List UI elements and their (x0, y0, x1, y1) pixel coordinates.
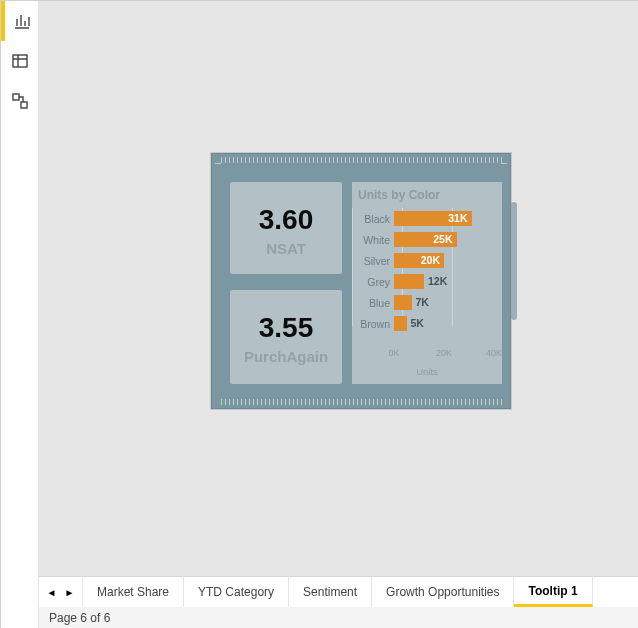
ruler (215, 160, 221, 166)
bar-category-label: Brown (352, 318, 390, 330)
ruler (218, 157, 504, 163)
bar-category-label: White (352, 234, 390, 246)
report-view-button[interactable] (1, 1, 38, 41)
tabs-container: Market ShareYTD CategorySentimentGrowth … (83, 577, 638, 607)
bar[interactable]: 25K (394, 232, 457, 247)
tab-next-button[interactable]: ► (65, 587, 75, 598)
svg-rect-2 (21, 102, 27, 108)
bar[interactable]: 31K (394, 211, 472, 226)
bar-row: Black31K (394, 208, 502, 229)
ruler (218, 399, 504, 405)
tooltip-page[interactable]: 3.60 NSAT 3.55 PurchAgain Units by Color… (211, 153, 511, 409)
page-tab[interactable]: YTD Category (184, 577, 289, 607)
bar[interactable]: 20K (394, 253, 444, 268)
card-value: 3.55 (230, 312, 342, 344)
axis-tick: 0K (388, 348, 399, 358)
bar-value-label: 20K (421, 253, 440, 268)
chart-x-label: Units (352, 366, 502, 377)
tab-prev-button[interactable]: ◄ (47, 587, 57, 598)
page-indicator: Page 6 of 6 (49, 611, 110, 625)
bar-value-label: 7K (416, 295, 429, 310)
page-tab[interactable]: Sentiment (289, 577, 372, 607)
bar-row: Grey12K (394, 271, 502, 292)
tab-nav: ◄ ► (39, 577, 83, 607)
table-icon (11, 52, 29, 70)
card-label: PurchAgain (230, 348, 342, 365)
chart-x-axis: 0K20K40K (394, 348, 502, 364)
bar-row: Brown5K (394, 313, 502, 334)
chart-scrollbar[interactable] (511, 202, 517, 320)
bar-category-label: Blue (352, 297, 390, 309)
card-value: 3.60 (230, 204, 342, 236)
units-by-color-chart[interactable]: Units by Color Black31KWhite25KSilver20K… (352, 182, 502, 384)
page-tab[interactable]: Market Share (83, 577, 184, 607)
bar-category-label: Black (352, 213, 390, 225)
status-bar: Page 6 of 6 (39, 607, 638, 628)
card-purchagain[interactable]: 3.55 PurchAgain (230, 290, 342, 384)
bar[interactable]: 5K (394, 316, 407, 331)
page-tab-bar: ◄ ► Market ShareYTD CategorySentimentGro… (39, 576, 638, 607)
bar-row: Blue7K (394, 292, 502, 313)
svg-rect-0 (13, 55, 27, 67)
axis-tick: 40K (486, 348, 502, 358)
model-view-button[interactable] (1, 81, 38, 121)
bar-value-label: 25K (433, 232, 452, 247)
card-nsat[interactable]: 3.60 NSAT (230, 182, 342, 274)
ruler (501, 160, 507, 166)
bar[interactable]: 12K (394, 274, 424, 289)
card-label: NSAT (230, 240, 342, 257)
bar-chart-icon (13, 12, 31, 30)
bar-value-label: 12K (428, 274, 447, 289)
bar-category-label: Grey (352, 276, 390, 288)
bar[interactable]: 7K (394, 295, 412, 310)
chart-plot-area: Black31KWhite25KSilver20KGrey12KBlue7KBr… (352, 208, 502, 348)
bar-row: Silver20K (394, 250, 502, 271)
view-rail (1, 1, 39, 628)
svg-rect-1 (13, 94, 19, 100)
bar-value-label: 5K (411, 316, 424, 331)
data-view-button[interactable] (1, 41, 38, 81)
bar-value-label: 31K (448, 211, 467, 226)
chart-title: Units by Color (352, 188, 502, 202)
bar-row: White25K (394, 229, 502, 250)
page-tab[interactable]: Tooltip 1 (514, 577, 592, 607)
report-canvas[interactable]: 3.60 NSAT 3.55 PurchAgain Units by Color… (39, 1, 638, 576)
bar-category-label: Silver (352, 255, 390, 267)
page-tab[interactable]: Growth Opportunities (372, 577, 514, 607)
axis-tick: 20K (436, 348, 452, 358)
model-icon (11, 92, 29, 110)
